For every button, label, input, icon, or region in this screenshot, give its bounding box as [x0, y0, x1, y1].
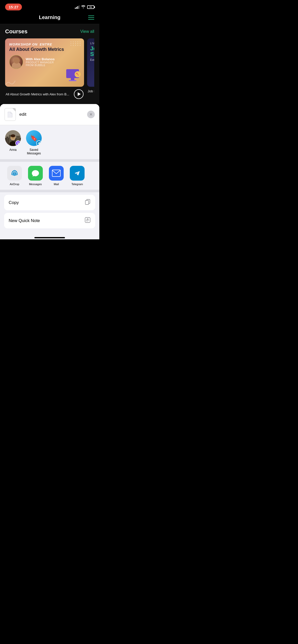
app-messages[interactable]: Messages: [25, 166, 46, 186]
course-banner-2: LIVE ON Job S Strat Every M: [87, 38, 94, 87]
course-banner: WORKSHOP ON ENTRE All About Growth Metri…: [5, 38, 84, 87]
telegram-badge: [36, 140, 42, 146]
status-bar: 15:27 31: [0, 0, 99, 12]
signal-icon: [75, 5, 79, 9]
page-title: Learning: [39, 14, 60, 20]
new-quick-note-action[interactable]: New Quick Note: [4, 213, 95, 228]
svg-rect-22: [85, 200, 89, 204]
share-sheet: edit ✕: [0, 104, 99, 239]
apps-row: AirDrop Messages Mail: [0, 162, 99, 190]
svg-point-16: [11, 134, 15, 137]
job-title: Job S Strat: [87, 45, 94, 57]
workshop-label: WORKSHOP ON ENTRE: [9, 42, 80, 46]
svg-point-2: [14, 57, 20, 64]
course-presenter: With Alex Bolanos PRODUCT MANAGER FROM B…: [9, 55, 80, 69]
status-icons: 31: [75, 5, 94, 9]
copy-label: Copy: [9, 200, 19, 205]
file-icon: [5, 108, 16, 121]
contact-saved-messages[interactable]: 🔖 SavedMessages: [26, 130, 42, 155]
share-header: edit ✕: [0, 104, 99, 125]
app-airdrop[interactable]: AirDrop: [4, 166, 25, 186]
messages-label: Messages: [29, 183, 42, 186]
saved-messages-avatar: 🔖: [26, 130, 42, 146]
mail-icon: [49, 166, 64, 181]
battery-icon: 31: [87, 5, 94, 9]
telegram-label: Telegram: [71, 183, 83, 186]
course-footer: All About Growth Metrics with Alex from …: [5, 89, 84, 99]
course-illustration: [64, 68, 82, 84]
contacts-row: V Anna 🔖 SavedMessages: [0, 125, 99, 159]
airdrop-label: AirDrop: [10, 183, 19, 186]
contact-anna[interactable]: V Anna: [5, 130, 21, 155]
course-card-2[interactable]: LIVE ON Job S Strat Every M Job See: [87, 38, 94, 99]
svg-point-18: [14, 174, 15, 175]
course-title: All About Growth Metrics: [9, 47, 80, 52]
bookmark-icon: 🔖: [30, 135, 38, 142]
menu-icon[interactable]: [88, 16, 94, 20]
course-footer-text-2: Job See: [88, 89, 94, 93]
svg-rect-5: [69, 80, 76, 81]
section-divider: [0, 159, 99, 162]
svg-point-20: [73, 169, 81, 177]
status-time: 15:27: [5, 4, 22, 10]
saved-messages-label: SavedMessages: [27, 148, 41, 155]
app-mail[interactable]: Mail: [46, 166, 67, 186]
close-button[interactable]: ✕: [87, 111, 95, 118]
play-button[interactable]: [74, 89, 84, 99]
section-divider-2: [0, 190, 99, 192]
live-label: LIVE ON: [87, 38, 94, 45]
svg-rect-19: [52, 170, 60, 177]
svg-point-1: [12, 64, 22, 69]
svg-rect-9: [6, 137, 8, 146]
courses-label: Courses: [5, 28, 28, 35]
courses-scroll: WORKSHOP ON ENTRE All About Growth Metri…: [5, 38, 94, 101]
course-footer-text: All About Growth Metrics with Alex from …: [6, 92, 71, 96]
copy-action[interactable]: Copy: [4, 195, 95, 210]
messages-icon: [28, 166, 43, 181]
every-label: Every M: [87, 57, 94, 61]
new-quick-note-label: New Quick Note: [9, 218, 40, 223]
file-name: edit: [19, 112, 84, 117]
copy-icon: [85, 199, 91, 206]
anna-label: Anna: [9, 148, 17, 152]
quick-note-icon: [85, 217, 91, 224]
view-all-button[interactable]: View all: [80, 29, 94, 34]
courses-section: Courses View all WORKSHOP ON ENTRE All A…: [0, 24, 99, 104]
wifi-icon: [81, 5, 86, 9]
viber-badge: V: [15, 140, 21, 146]
courses-header: Courses View all: [5, 28, 94, 35]
airdrop-icon: [7, 166, 22, 181]
course-footer-2: Job See: [87, 89, 94, 93]
action-rows: Copy New Quick Note: [0, 192, 99, 235]
app-telegram[interactable]: Telegram: [67, 166, 88, 186]
anna-avatar: V: [5, 130, 21, 146]
home-indicator: [0, 235, 99, 239]
presenter-info: With Alex Bolanos PRODUCT MANAGER FROM B…: [26, 57, 55, 67]
mail-label: Mail: [54, 183, 59, 186]
presenter-avatar: [9, 55, 23, 69]
svg-rect-4: [71, 78, 74, 80]
course-decorations: [71, 41, 81, 46]
header: Learning: [0, 12, 99, 24]
telegram-icon: [70, 166, 85, 181]
course-card[interactable]: WORKSHOP ON ENTRE All About Growth Metri…: [5, 38, 84, 99]
